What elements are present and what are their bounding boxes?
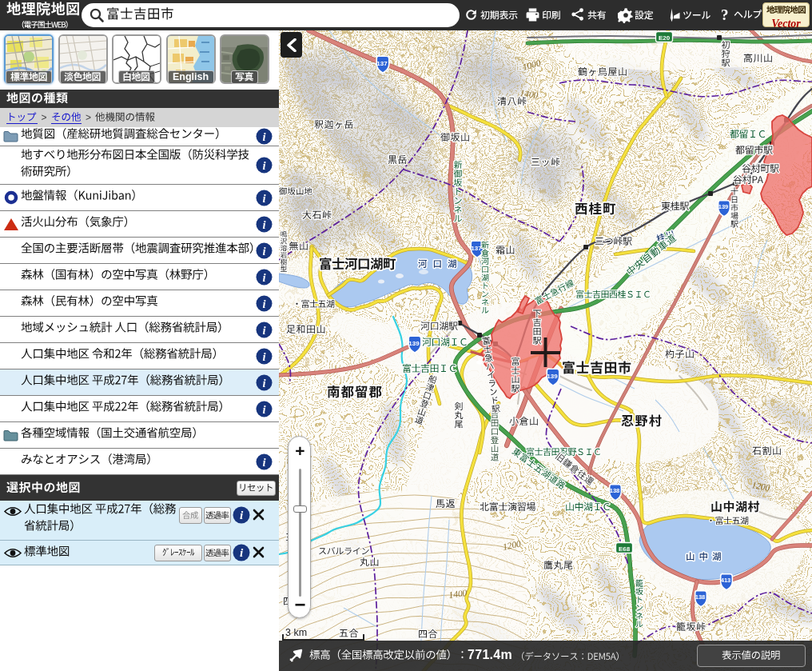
svg-text:i: i [262,350,265,363]
svg-text:137: 137 [376,60,388,67]
svg-text:138: 138 [610,487,620,494]
svg-text:i: i [262,456,265,469]
svg-text:139: 139 [547,373,558,380]
svg-text:i: i [240,508,244,521]
svg-text:137: 137 [471,245,482,252]
svg-text:i: i [262,245,265,258]
svg-text:i: i [262,159,265,172]
svg-text:i: i [262,192,265,205]
svg-text:138: 138 [695,593,706,601]
svg-text:E68: E68 [619,545,631,553]
svg-text:i: i [262,130,265,143]
svg-text:i: i [262,271,265,284]
svg-text:i: i [262,324,265,337]
svg-text:E20: E20 [659,34,671,42]
svg-text:i: i [262,218,265,231]
svg-text:i: i [240,545,244,559]
svg-text:139: 139 [408,340,420,347]
svg-text:413: 413 [721,577,731,584]
svg-text:i: i [262,377,265,389]
svg-text:i: i [262,298,265,310]
svg-text:139: 139 [718,203,729,210]
svg-text:i: i [262,403,265,416]
